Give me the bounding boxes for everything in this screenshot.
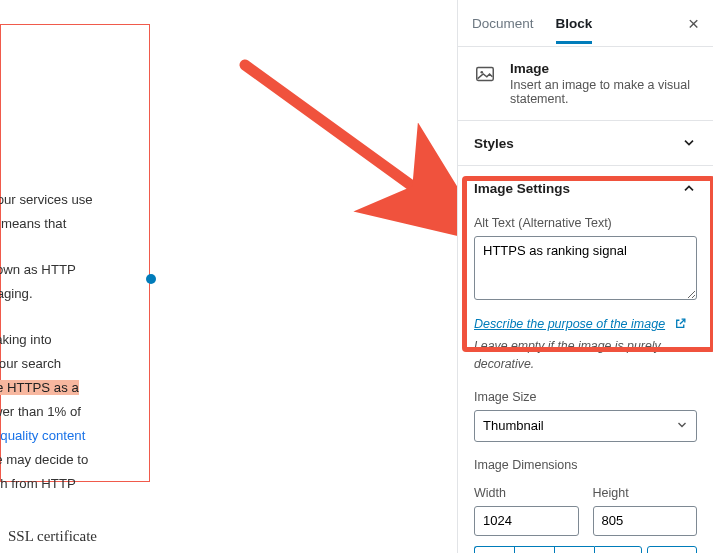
block-description: Image Insert an image to make a visual s…	[458, 47, 713, 121]
document-preview: that our services use That means that o …	[0, 24, 150, 494]
selected-image-frame[interactable]: that our services use That means that o …	[0, 24, 150, 482]
image-icon	[474, 63, 496, 85]
svg-point-2	[481, 71, 484, 74]
image-size-label: Image Size	[474, 390, 697, 404]
close-sidebar-button[interactable]: ×	[688, 14, 699, 33]
width-label: Width	[474, 486, 579, 500]
width-input[interactable]	[474, 506, 579, 536]
alt-text-label: Alt Text (Alternative Text)	[474, 216, 697, 230]
panel-image-settings-toggle[interactable]: Image Settings	[458, 166, 713, 210]
panel-styles: Styles	[458, 121, 713, 166]
resize-handle[interactable]	[146, 274, 156, 284]
panel-image-settings: Image Settings Alt Text (Alternative Tex…	[458, 166, 713, 553]
chevron-down-icon	[681, 135, 697, 151]
tab-document[interactable]: Document	[472, 3, 534, 44]
scale-100-button[interactable]: 100%	[594, 546, 641, 553]
reset-dimensions-button[interactable]: Reset	[647, 546, 697, 553]
describe-purpose-link[interactable]: Describe the purpose of the image	[474, 317, 665, 331]
document-body-text: that our services use That means that o …	[0, 188, 141, 496]
image-caption-text: SSL certificate	[8, 528, 97, 545]
external-link-icon	[674, 316, 687, 334]
image-size-select[interactable]: Thumbnail	[474, 410, 697, 442]
sidebar-tabs: Document Block ×	[458, 0, 713, 47]
annotation-arrow	[230, 50, 480, 240]
scale-75-button[interactable]: 75%	[554, 546, 594, 553]
scale-50-button[interactable]: 50%	[514, 546, 554, 553]
alt-text-hint: Leave empty if the image is purely decor…	[474, 338, 697, 374]
height-input[interactable]	[593, 506, 698, 536]
svg-rect-1	[477, 68, 494, 81]
block-subtitle: Insert an image to make a visual stateme…	[510, 78, 697, 106]
scale-segmented: 25% 50% 75% 100%	[474, 546, 642, 553]
inspector-sidebar: Document Block × Image Insert an image t…	[457, 0, 713, 553]
tab-block[interactable]: Block	[556, 3, 593, 44]
body-link[interactable]: high-quality content	[0, 428, 85, 443]
image-dimensions-label: Image Dimensions	[474, 458, 697, 472]
panel-styles-toggle[interactable]: Styles	[458, 121, 713, 165]
height-label: Height	[593, 486, 698, 500]
scale-25-button[interactable]: 25%	[474, 546, 514, 553]
alt-text-input[interactable]	[474, 236, 697, 300]
chevron-up-icon	[681, 180, 697, 196]
block-title: Image	[510, 61, 697, 76]
highlighted-text: o use HTTPS as a	[0, 380, 79, 395]
svg-line-0	[245, 65, 448, 212]
